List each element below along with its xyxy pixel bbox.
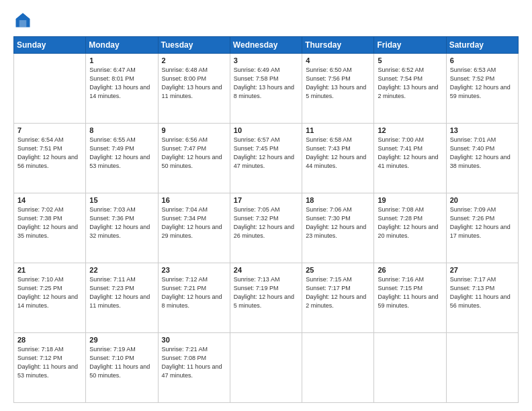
- calendar-cell: 6Sunrise: 6:53 AM Sunset: 7:52 PM Daylig…: [446, 54, 518, 124]
- calendar-cell: 2Sunrise: 6:48 AM Sunset: 8:00 PM Daylig…: [158, 54, 230, 124]
- day-number: 4: [306, 56, 370, 64]
- week-row-4: 21Sunrise: 7:10 AM Sunset: 7:25 PM Dayli…: [14, 263, 519, 333]
- calendar-cell: 28Sunrise: 7:18 AM Sunset: 7:12 PM Dayli…: [14, 333, 86, 403]
- day-number: 30: [162, 336, 226, 344]
- day-number: 26: [378, 266, 442, 274]
- week-row-1: 1Sunrise: 6:47 AM Sunset: 8:01 PM Daylig…: [14, 54, 519, 124]
- day-info: Sunrise: 7:19 AM Sunset: 7:10 PM Dayligh…: [89, 345, 154, 380]
- calendar-cell: 12Sunrise: 7:00 AM Sunset: 7:41 PM Dayli…: [374, 124, 446, 193]
- day-info: Sunrise: 7:04 AM Sunset: 7:34 PM Dayligh…: [162, 205, 226, 240]
- calendar-cell: 13Sunrise: 7:01 AM Sunset: 7:40 PM Dayli…: [446, 124, 518, 193]
- calendar-cell: 20Sunrise: 7:09 AM Sunset: 7:26 PM Dayli…: [446, 193, 518, 263]
- day-info: Sunrise: 7:02 AM Sunset: 7:38 PM Dayligh…: [17, 205, 82, 240]
- day-info: Sunrise: 7:05 AM Sunset: 7:32 PM Dayligh…: [234, 205, 298, 240]
- calendar-cell: 26Sunrise: 7:16 AM Sunset: 7:15 PM Dayli…: [374, 263, 446, 333]
- calendar-cell: 9Sunrise: 6:56 AM Sunset: 7:47 PM Daylig…: [158, 124, 230, 193]
- day-number: 6: [450, 56, 515, 64]
- calendar-cell: 14Sunrise: 7:02 AM Sunset: 7:38 PM Dayli…: [14, 193, 86, 263]
- day-number: 13: [450, 126, 515, 134]
- col-header-saturday: Saturday: [446, 37, 518, 54]
- col-header-friday: Friday: [374, 37, 446, 54]
- day-info: Sunrise: 7:11 AM Sunset: 7:23 PM Dayligh…: [89, 275, 154, 310]
- day-number: 28: [17, 336, 82, 344]
- day-info: Sunrise: 6:58 AM Sunset: 7:43 PM Dayligh…: [306, 136, 370, 171]
- day-info: Sunrise: 6:50 AM Sunset: 7:56 PM Dayligh…: [306, 66, 370, 101]
- day-number: 8: [89, 126, 154, 134]
- calendar-cell: 25Sunrise: 7:15 AM Sunset: 7:17 PM Dayli…: [302, 263, 374, 333]
- calendar-cell: 3Sunrise: 6:49 AM Sunset: 7:58 PM Daylig…: [230, 54, 302, 124]
- day-number: 29: [89, 336, 154, 344]
- calendar-cell: 7Sunrise: 6:54 AM Sunset: 7:51 PM Daylig…: [14, 124, 86, 193]
- calendar-cell: [302, 333, 374, 403]
- day-info: Sunrise: 6:48 AM Sunset: 8:00 PM Dayligh…: [162, 66, 226, 101]
- day-info: Sunrise: 7:01 AM Sunset: 7:40 PM Dayligh…: [450, 136, 515, 171]
- day-info: Sunrise: 7:09 AM Sunset: 7:26 PM Dayligh…: [450, 205, 515, 240]
- day-info: Sunrise: 6:57 AM Sunset: 7:45 PM Dayligh…: [234, 136, 298, 171]
- col-header-tuesday: Tuesday: [158, 37, 230, 54]
- calendar-cell: 15Sunrise: 7:03 AM Sunset: 7:36 PM Dayli…: [86, 193, 158, 263]
- calendar-cell: 23Sunrise: 7:12 AM Sunset: 7:21 PM Dayli…: [158, 263, 230, 333]
- day-number: 20: [450, 196, 515, 204]
- calendar-cell: 24Sunrise: 7:13 AM Sunset: 7:19 PM Dayli…: [230, 263, 302, 333]
- day-info: Sunrise: 6:54 AM Sunset: 7:51 PM Dayligh…: [17, 136, 82, 171]
- day-info: Sunrise: 7:08 AM Sunset: 7:28 PM Dayligh…: [378, 205, 442, 240]
- calendar-cell: [446, 333, 518, 403]
- day-number: 25: [306, 266, 370, 274]
- calendar-cell: 16Sunrise: 7:04 AM Sunset: 7:34 PM Dayli…: [158, 193, 230, 263]
- calendar-cell: [230, 333, 302, 403]
- day-number: 12: [378, 126, 442, 134]
- day-info: Sunrise: 7:10 AM Sunset: 7:25 PM Dayligh…: [17, 275, 82, 310]
- svg-rect-2: [19, 20, 27, 28]
- day-number: 21: [17, 266, 82, 274]
- col-header-monday: Monday: [86, 37, 158, 54]
- day-number: 19: [378, 196, 442, 204]
- calendar-cell: 17Sunrise: 7:05 AM Sunset: 7:32 PM Dayli…: [230, 193, 302, 263]
- day-number: 1: [89, 56, 154, 64]
- day-number: 27: [450, 266, 515, 274]
- day-info: Sunrise: 6:53 AM Sunset: 7:52 PM Dayligh…: [450, 66, 515, 101]
- calendar-cell: 10Sunrise: 6:57 AM Sunset: 7:45 PM Dayli…: [230, 124, 302, 193]
- week-row-3: 14Sunrise: 7:02 AM Sunset: 7:38 PM Dayli…: [14, 193, 519, 263]
- calendar-cell: 5Sunrise: 6:52 AM Sunset: 7:54 PM Daylig…: [374, 54, 446, 124]
- day-info: Sunrise: 7:13 AM Sunset: 7:19 PM Dayligh…: [234, 275, 298, 310]
- day-info: Sunrise: 7:15 AM Sunset: 7:17 PM Dayligh…: [306, 275, 370, 310]
- calendar-header-row: SundayMondayTuesdayWednesdayThursdayFrid…: [14, 37, 519, 54]
- logo-icon: [13, 11, 32, 30]
- day-info: Sunrise: 6:52 AM Sunset: 7:54 PM Dayligh…: [378, 66, 442, 101]
- day-info: Sunrise: 7:03 AM Sunset: 7:36 PM Dayligh…: [89, 205, 154, 240]
- day-info: Sunrise: 7:18 AM Sunset: 7:12 PM Dayligh…: [17, 345, 82, 380]
- day-info: Sunrise: 7:17 AM Sunset: 7:13 PM Dayligh…: [450, 275, 515, 310]
- day-number: 14: [17, 196, 82, 204]
- day-info: Sunrise: 6:55 AM Sunset: 7:49 PM Dayligh…: [89, 136, 154, 171]
- calendar-cell: 18Sunrise: 7:06 AM Sunset: 7:30 PM Dayli…: [302, 193, 374, 263]
- calendar-cell: 22Sunrise: 7:11 AM Sunset: 7:23 PM Dayli…: [86, 263, 158, 333]
- day-info: Sunrise: 6:56 AM Sunset: 7:47 PM Dayligh…: [162, 136, 226, 171]
- day-number: 22: [89, 266, 154, 274]
- day-number: 11: [306, 126, 370, 134]
- day-number: 16: [162, 196, 226, 204]
- day-number: 9: [162, 126, 226, 134]
- logo: [13, 11, 35, 30]
- calendar-cell: 19Sunrise: 7:08 AM Sunset: 7:28 PM Dayli…: [374, 193, 446, 263]
- day-number: 18: [306, 196, 370, 204]
- calendar-cell: 4Sunrise: 6:50 AM Sunset: 7:56 PM Daylig…: [302, 54, 374, 124]
- day-number: 17: [234, 196, 298, 204]
- day-number: 2: [162, 56, 226, 64]
- calendar-cell: 11Sunrise: 6:58 AM Sunset: 7:43 PM Dayli…: [302, 124, 374, 193]
- day-info: Sunrise: 6:49 AM Sunset: 7:58 PM Dayligh…: [234, 66, 298, 101]
- day-info: Sunrise: 6:47 AM Sunset: 8:01 PM Dayligh…: [89, 66, 154, 101]
- calendar-cell: [14, 54, 86, 124]
- day-number: 24: [234, 266, 298, 274]
- day-number: 10: [234, 126, 298, 134]
- week-row-5: 28Sunrise: 7:18 AM Sunset: 7:12 PM Dayli…: [14, 333, 519, 403]
- calendar-cell: 1Sunrise: 6:47 AM Sunset: 8:01 PM Daylig…: [86, 54, 158, 124]
- day-number: 23: [162, 266, 226, 274]
- col-header-wednesday: Wednesday: [230, 37, 302, 54]
- day-number: 5: [378, 56, 442, 64]
- day-number: 3: [234, 56, 298, 64]
- col-header-thursday: Thursday: [302, 37, 374, 54]
- page: SundayMondayTuesdayWednesdayThursdayFrid…: [0, 0, 532, 411]
- day-number: 15: [89, 196, 154, 204]
- day-number: 7: [17, 126, 82, 134]
- calendar-cell: 30Sunrise: 7:21 AM Sunset: 7:08 PM Dayli…: [158, 333, 230, 403]
